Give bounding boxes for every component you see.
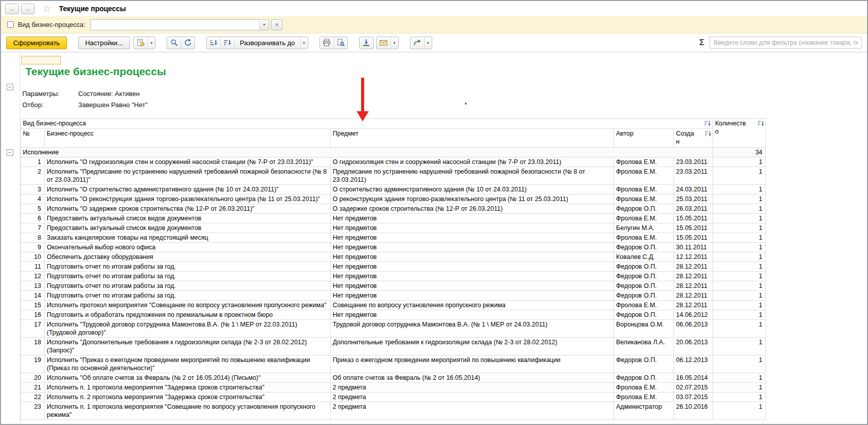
cell-created[interactable]: 15.05.2011 (674, 214, 713, 223)
combo-dropdown-button[interactable]: ▾ (259, 20, 269, 30)
cell-count[interactable]: 1 (713, 281, 766, 291)
cell-created[interactable]: 28.12.2011 (674, 291, 713, 301)
cell-subject[interactable]: О строительство административного здания… (331, 185, 614, 194)
cell-created[interactable]: 28.12.2011 (674, 281, 713, 291)
send-mail-dropdown[interactable]: ▾ (391, 37, 398, 49)
cell-subject[interactable]: Нет предметов (331, 281, 614, 291)
cell-created[interactable]: 06.12.2013 (674, 355, 713, 373)
cell-count[interactable]: 1 (713, 185, 766, 194)
cell-author[interactable]: Федоров О.П. (614, 373, 674, 383)
expand-to-dropdown[interactable]: ▾ (300, 37, 308, 49)
cell-num[interactable]: 16 (21, 310, 45, 320)
cell-created[interactable]: 14.06.2012 (674, 310, 713, 320)
table-row[interactable]: 20 Исполнить "Об оплате счетов за Феврал… (21, 373, 766, 383)
cell-author[interactable]: Федоров О.П. (614, 281, 674, 291)
cell-process[interactable]: Исполнить "О строительство административ… (45, 185, 331, 194)
group-name-cell[interactable]: Исполнение (21, 148, 713, 157)
cell-created[interactable]: 28.12.2011 (674, 301, 713, 310)
cell-num[interactable]: 21 (21, 383, 45, 393)
cell-subject[interactable]: Предписание по устранению нарушений треб… (331, 167, 614, 185)
table-row[interactable]: 1 Исполнить "О гидроизоляция стен и соор… (21, 157, 766, 167)
table-row[interactable]: 18 Исполнить "Дополнительные требования … (21, 338, 766, 355)
cell-subject[interactable]: Дополнительные требования к гидроизоляци… (331, 338, 614, 355)
cell-created[interactable]: 28.12.2011 (674, 272, 713, 281)
sort-icon[interactable] (704, 120, 711, 127)
cell-author[interactable]: Белугин М.А. (614, 223, 674, 233)
cell-process[interactable]: Подготовить отчет по итогам работы за го… (45, 281, 331, 291)
cell-num[interactable]: 1 (21, 157, 45, 167)
cell-author[interactable]: Федоров О.П. (614, 262, 674, 272)
cell-created[interactable]: 06.06.2013 (674, 320, 713, 338)
cell-count[interactable]: 1 (713, 291, 766, 301)
refresh-button[interactable] (181, 37, 195, 49)
cell-num[interactable]: 8 (21, 233, 45, 243)
table-row[interactable]: 19 Исполнить "Приказ о ежегодном проведе… (21, 355, 766, 373)
cell-subject[interactable]: О гидроизоляция стен и сооружений насосн… (331, 157, 614, 167)
cell-author[interactable]: Фролова Е.М. (614, 393, 674, 402)
generate-button[interactable]: Сформировать (6, 37, 67, 49)
cell-process[interactable]: Подготовить отчет по итогам работы за го… (45, 272, 331, 281)
group-count-cell[interactable]: 34 (713, 148, 766, 157)
cell-process[interactable]: Исполнить п. 1 протокола мероприятия "За… (45, 383, 331, 393)
cell-num[interactable]: 23 (21, 402, 45, 420)
cell-created[interactable]: 26.10.2016 (674, 402, 713, 420)
cell-process[interactable]: Исполнить "Предписание по устранению нар… (45, 167, 331, 185)
cell-subject[interactable]: Трудовой договор сотрудника Мамонтова В.… (331, 320, 614, 338)
cell-count[interactable]: 1 (713, 167, 766, 185)
cell-created[interactable]: 20.06.2013 (674, 338, 713, 355)
cell-count[interactable]: 1 (713, 214, 766, 223)
cell-author[interactable]: Фролова Е.М. (614, 194, 674, 204)
print-preview-button[interactable] (334, 37, 347, 49)
cell-subject[interactable]: Об оплате счетов за Февраль (№ 2 от 16.0… (331, 373, 614, 383)
table-row[interactable]: 7 Предоставить актуальный список видов д… (21, 223, 766, 233)
cell-num[interactable]: 18 (21, 338, 45, 355)
cell-process[interactable]: Подготовить и обработать предложения по … (45, 310, 331, 320)
active-cell[interactable] (21, 56, 61, 64)
column-header-process[interactable]: Бизнес-процесс (45, 129, 331, 148)
cell-num[interactable]: 22 (21, 393, 45, 402)
cell-author[interactable]: Воронцова О.М. (614, 320, 674, 338)
cell-created[interactable]: 24.03.2011 (674, 185, 713, 194)
business-process-kind-checkbox[interactable] (7, 21, 14, 28)
find-button[interactable] (167, 37, 181, 49)
cell-count[interactable]: 1 (713, 204, 766, 214)
cell-subject[interactable]: 2 предмета (331, 402, 614, 420)
cell-subject[interactable]: Приказ о ежегодном проведении мероприяти… (331, 355, 614, 373)
cell-author[interactable]: Федоров О.П. (614, 272, 674, 281)
report-variants-button[interactable] (134, 37, 147, 49)
cell-process[interactable]: Исполнить "Об оплате счетов за Февраль (… (45, 373, 331, 383)
cell-num[interactable]: 7 (21, 223, 45, 233)
cell-created[interactable]: 26.03.2011 (674, 204, 713, 214)
table-row[interactable]: 21 Исполнить п. 1 протокола мероприятия … (21, 383, 766, 393)
cell-author[interactable]: Ковалев С.Д. (614, 252, 674, 262)
cell-process[interactable]: Окончательный выбор нового офиса (45, 243, 331, 252)
cell-author[interactable]: Федоров О.П. (614, 310, 674, 320)
cell-author[interactable]: Фролова Е.М. (614, 301, 674, 310)
cell-process[interactable]: Исполнить "Дополнительные требования к г… (45, 338, 331, 355)
cell-num[interactable]: 12 (21, 272, 45, 281)
table-row[interactable]: 2 Исполнить "Предписание по устранению н… (21, 167, 766, 185)
cell-subject[interactable]: 2 предмета (331, 393, 614, 402)
cell-subject[interactable]: Нет предметов (331, 233, 614, 243)
table-row[interactable]: 9 Окончательный выбор нового офиса Нет п… (21, 243, 766, 252)
cell-count[interactable]: 1 (713, 233, 766, 243)
cell-count[interactable]: 1 (713, 373, 766, 383)
cell-num[interactable]: 2 (21, 167, 45, 185)
table-row[interactable]: 14 Подготовить отчет по итогам работы за… (21, 291, 766, 301)
cell-num[interactable]: 19 (21, 355, 45, 373)
settings-button[interactable]: Настройки... (78, 37, 131, 49)
table-row[interactable]: 11 Подготовить отчет по итогам работы за… (21, 262, 766, 272)
collapse-group-button[interactable]: − (7, 149, 13, 156)
cell-num[interactable]: 6 (21, 214, 45, 223)
totals-sum-icon[interactable]: Σ (699, 38, 704, 48)
cell-process[interactable]: Обеспечить доставку оборудования (45, 252, 331, 262)
cell-num[interactable]: 10 (21, 252, 45, 262)
cell-created[interactable]: 15.05.2011 (674, 223, 713, 233)
cell-subject[interactable]: О задержке сроков строительства (№ 12-Р … (331, 204, 614, 214)
cell-count[interactable]: 1 (713, 243, 766, 252)
cell-count[interactable]: 1 (713, 262, 766, 272)
cell-count[interactable]: 1 (713, 393, 766, 402)
cell-process[interactable]: Предоставить актуальный список видов док… (45, 223, 331, 233)
cell-process[interactable]: Исполнить "Приказ о ежегодном проведении… (45, 355, 331, 373)
cell-author[interactable]: Фролова Е.М. (614, 233, 674, 243)
